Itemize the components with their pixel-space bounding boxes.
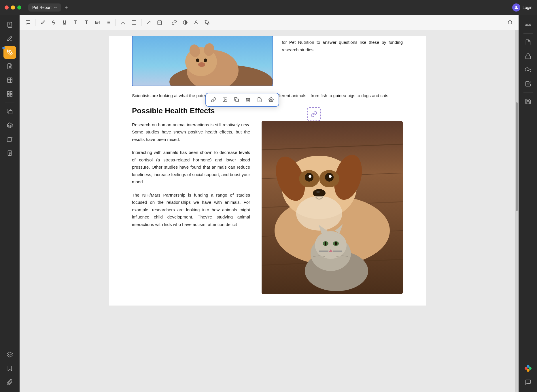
svg-rect-13 bbox=[10, 92, 12, 93]
svg-rect-46 bbox=[236, 99, 239, 102]
right-scan-btn[interactable] bbox=[522, 36, 534, 49]
toolbar-pen2-btn[interactable] bbox=[202, 18, 212, 27]
login-area: Login bbox=[512, 3, 532, 12]
tab-title-text: Pet Report bbox=[32, 5, 52, 10]
svg-point-80 bbox=[315, 231, 347, 259]
paragraph-2: Interacting with animals has been shown … bbox=[132, 149, 250, 186]
svg-point-86 bbox=[335, 242, 337, 246]
toolbar-search-btn[interactable] bbox=[505, 18, 515, 27]
maximize-button[interactable] bbox=[17, 5, 21, 10]
toolbar-pen-btn[interactable] bbox=[38, 18, 48, 27]
toolbar-strikethrough-btn[interactable] bbox=[49, 18, 58, 27]
svg-rect-36 bbox=[158, 21, 162, 25]
top-animal-image[interactable] bbox=[132, 36, 273, 86]
toolbar-bold-text-btn[interactable]: T bbox=[82, 18, 91, 27]
user-avatar[interactable] bbox=[512, 3, 520, 12]
toolbar-arrow-btn[interactable] bbox=[144, 18, 154, 27]
document-content: for Pet Nutrition to answer questions li… bbox=[109, 36, 426, 306]
tab-edit-icon[interactable]: ✏ bbox=[54, 5, 57, 10]
svg-rect-34 bbox=[132, 20, 136, 24]
svg-point-41 bbox=[195, 21, 197, 22]
svg-marker-22 bbox=[7, 352, 12, 355]
right-chat-btn[interactable] bbox=[522, 376, 534, 389]
image-column bbox=[262, 121, 403, 294]
document-area[interactable]: for Pet Nutrition to answer questions li… bbox=[20, 30, 515, 392]
sidebar-icon-bookmark[interactable] bbox=[3, 362, 16, 375]
document-container: for Pet Nutrition to answer questions li… bbox=[20, 30, 519, 392]
svg-line-35 bbox=[147, 21, 150, 24]
right-secure-btn[interactable] bbox=[522, 50, 534, 63]
toolbar-comment-btn[interactable] bbox=[23, 18, 33, 27]
toolbar-calendar-btn[interactable] bbox=[155, 18, 164, 27]
svg-point-73 bbox=[309, 175, 311, 178]
sidebar-icon-copy2[interactable] bbox=[3, 147, 16, 159]
top-text-content: for Pet Nutrition to answer questions li… bbox=[282, 40, 403, 52]
toolbar-sep-3 bbox=[141, 19, 141, 26]
toolbar-shape-btn[interactable] bbox=[129, 18, 139, 27]
sidebar-icon-edit[interactable] bbox=[3, 32, 16, 45]
paragraph-3: The NIH/Mars Partnership is funding a ra… bbox=[132, 191, 250, 228]
svg-line-43 bbox=[511, 23, 512, 24]
svg-rect-92 bbox=[525, 56, 530, 59]
toolbar-person-btn[interactable] bbox=[191, 18, 201, 27]
float-settings-btn[interactable] bbox=[266, 95, 276, 104]
minimize-button[interactable] bbox=[11, 5, 15, 10]
svg-rect-12 bbox=[7, 92, 9, 93]
sidebar-icon-layers3[interactable] bbox=[3, 348, 16, 361]
sidebar-icon-layers[interactable] bbox=[3, 119, 16, 132]
toolbar-sep-4 bbox=[167, 19, 167, 26]
right-sidebar-div-1 bbox=[523, 33, 533, 34]
sidebar-icon-table[interactable] bbox=[3, 74, 16, 86]
document-scrollbar[interactable] bbox=[515, 30, 519, 392]
svg-rect-16 bbox=[9, 110, 12, 114]
right-ocr-btn[interactable]: OCR bbox=[522, 18, 534, 31]
float-copy-btn[interactable] bbox=[232, 95, 241, 104]
toolbar-underline-btn[interactable]: U bbox=[60, 18, 69, 27]
float-delete-btn[interactable] bbox=[243, 95, 253, 104]
float-link-btn[interactable] bbox=[209, 95, 218, 104]
section-heading: Possible Health Effects bbox=[132, 106, 403, 115]
document-tab[interactable]: Pet Report ✏ bbox=[28, 3, 61, 12]
toolbar-link-btn[interactable] bbox=[169, 18, 179, 27]
traffic-lights bbox=[5, 5, 21, 10]
sidebar-icon-paperclip[interactable] bbox=[3, 376, 16, 389]
toolbar-list-btn[interactable] bbox=[103, 18, 113, 27]
text-column: Research on human-animal interactions is… bbox=[132, 121, 250, 294]
scrollbar-thumb[interactable] bbox=[516, 102, 518, 211]
right-collab-btn[interactable] bbox=[522, 362, 534, 375]
login-label[interactable]: Login bbox=[523, 5, 532, 10]
document-page: for Pet Nutrition to answer questions li… bbox=[109, 36, 426, 306]
float-note-btn[interactable] bbox=[255, 95, 264, 104]
new-tab-button[interactable]: + bbox=[65, 4, 68, 11]
right-check-btn[interactable] bbox=[522, 78, 534, 90]
svg-point-4 bbox=[9, 52, 10, 53]
svg-point-76 bbox=[316, 191, 320, 193]
sidebar-icon-document[interactable] bbox=[3, 18, 16, 31]
sidebar-icon-highlight[interactable] bbox=[3, 46, 16, 59]
sidebar-icon-grid[interactable] bbox=[3, 88, 16, 100]
toolbar-curve-btn[interactable] bbox=[118, 18, 128, 27]
sidebar-icon-group[interactable] bbox=[3, 133, 16, 146]
toolbar-sep-2 bbox=[116, 19, 116, 26]
right-share-btn[interactable] bbox=[522, 64, 534, 76]
close-button[interactable] bbox=[5, 5, 9, 10]
svg-rect-14 bbox=[7, 95, 9, 96]
svg-point-42 bbox=[508, 20, 512, 24]
toolbar-sep-1 bbox=[35, 19, 35, 26]
right-save-btn[interactable] bbox=[522, 95, 534, 108]
top-paragraph: for Pet Nutrition to answer questions li… bbox=[273, 36, 403, 86]
sidebar-icon-clone[interactable] bbox=[3, 105, 16, 118]
toolbar-text-btn[interactable]: T bbox=[71, 18, 80, 27]
toolbar-textbox-btn[interactable] bbox=[92, 18, 102, 27]
svg-point-57 bbox=[204, 59, 207, 62]
sidebar-icon-notes[interactable] bbox=[3, 60, 16, 73]
svg-point-56 bbox=[196, 59, 199, 62]
float-image-btn[interactable] bbox=[220, 95, 230, 104]
svg-point-58 bbox=[198, 62, 205, 67]
toolbar-circle-btn[interactable] bbox=[180, 18, 190, 27]
dog-cat-image[interactable] bbox=[262, 121, 403, 294]
svg-point-75 bbox=[313, 189, 326, 197]
two-column-section: Research on human-animal interactions is… bbox=[132, 121, 403, 294]
svg-point-49 bbox=[271, 99, 272, 101]
svg-rect-18 bbox=[7, 138, 11, 142]
